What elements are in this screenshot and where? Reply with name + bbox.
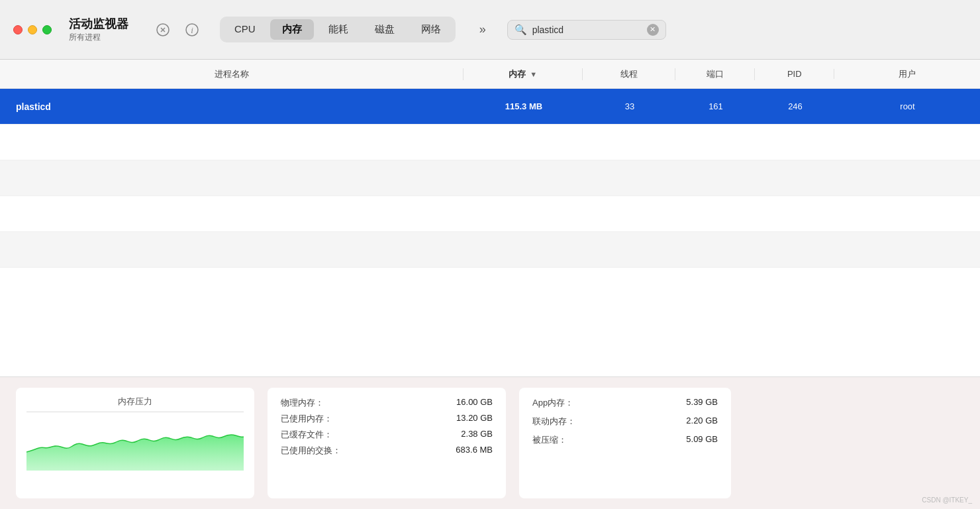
stat-value: 5.09 GB: [686, 434, 718, 446]
stat-value: 683.6 MB: [456, 445, 493, 457]
stat-value: 5.39 GB: [686, 397, 718, 409]
info-icon-btn[interactable]: i: [181, 19, 203, 40]
memory-extra-card: App内存： 5.39 GB 联动内存： 2.20 GB 被压缩： 5.09 G…: [519, 388, 731, 498]
table-area: 进程名称 内存 ▼ 线程 端口 PID 用户 plasticd 115.3 MB: [0, 60, 980, 376]
more-tabs-button[interactable]: »: [474, 20, 491, 39]
titlebar: 活动监视器 所有进程 i CPU 内存 能耗 磁盘 网络 » 🔍 ✕: [0, 0, 980, 60]
stat-label: 已使用的交换：: [281, 445, 341, 457]
tab-disk[interactable]: 磁盘: [363, 19, 407, 40]
col-header-port: 端口: [675, 68, 755, 80]
app-subtitle: 所有进程: [69, 32, 128, 43]
memory-stats-card: 物理内存： 16.00 GB 已使用内存： 13.20 GB 已缓存文件： 2.…: [268, 388, 506, 498]
stat-value: 2.20 GB: [686, 416, 718, 427]
window-controls: [13, 25, 52, 34]
col-header-memory[interactable]: 内存 ▼: [464, 68, 583, 80]
table-header: 进程名称 内存 ▼ 线程 端口 PID 用户: [0, 60, 980, 89]
table-row[interactable]: plasticd 115.3 MB 33 161 246 root: [0, 89, 980, 125]
table-row[interactable]: [0, 232, 980, 268]
stat-row: 物理内存： 16.00 GB: [281, 397, 493, 409]
close-button[interactable]: [13, 25, 23, 34]
search-bar: 🔍 ✕: [507, 20, 666, 40]
memory-pressure-card: 内存压力: [16, 388, 254, 498]
table-rows: plasticd 115.3 MB 33 161 246 root: [0, 89, 980, 376]
tab-memory[interactable]: 内存: [270, 19, 314, 40]
stat-value: 2.38 GB: [461, 429, 493, 441]
cell-port: 161: [676, 101, 756, 111]
col-header-name: 进程名称: [0, 68, 464, 80]
tab-network[interactable]: 网络: [409, 19, 453, 40]
close-icon-btn[interactable]: [152, 19, 173, 40]
stat-label: 被压缩：: [532, 434, 567, 446]
stat-row: 已缓存文件： 2.38 GB: [281, 429, 493, 441]
bottom-panel: 内存压力 物理内存： 16.00 GB 已使用内存：: [0, 376, 980, 509]
stat-label: 已使用内存：: [281, 413, 332, 425]
col-header-user: 用户: [834, 68, 980, 80]
maximize-button[interactable]: [42, 25, 52, 34]
stat-value: 13.20 GB: [456, 413, 493, 425]
stat-label: App内存：: [532, 397, 573, 409]
table-row[interactable]: [0, 160, 980, 196]
sort-chevron-icon: ▼: [530, 70, 537, 78]
cell-memory: 115.3 MB: [464, 101, 583, 111]
memory-chart: [26, 418, 244, 490]
search-input[interactable]: [532, 25, 642, 35]
cell-threads: 33: [583, 101, 676, 111]
stat-row: App内存： 5.39 GB: [532, 397, 718, 409]
toolbar-icons: i: [152, 19, 203, 40]
app-title: 活动监视器: [69, 16, 128, 32]
memory-pressure-title: 内存压力: [26, 396, 244, 412]
stat-row: 已使用的交换： 683.6 MB: [281, 445, 493, 457]
tab-cpu[interactable]: CPU: [222, 19, 268, 40]
search-icon: 🔍: [514, 24, 527, 36]
tab-energy[interactable]: 能耗: [317, 19, 360, 40]
stat-row: 被压缩： 5.09 GB: [532, 434, 718, 446]
col-header-pid: PID: [755, 69, 834, 79]
search-clear-button[interactable]: ✕: [647, 24, 659, 36]
cell-pid: 246: [756, 101, 835, 111]
app-title-block: 活动监视器 所有进程: [69, 16, 128, 43]
stat-label: 已缓存文件：: [281, 429, 332, 441]
watermark: CSDN @ITKEY_: [922, 496, 972, 504]
cell-user: root: [835, 101, 980, 111]
tab-bar: CPU 内存 能耗 磁盘 网络: [220, 17, 456, 42]
stat-row: 联动内存： 2.20 GB: [532, 416, 718, 427]
table-row[interactable]: [0, 125, 980, 160]
stat-value: 16.00 GB: [456, 397, 493, 409]
cell-name: plasticd: [0, 101, 464, 112]
stat-label: 物理内存：: [281, 397, 324, 409]
col-header-threads: 线程: [583, 68, 675, 80]
stat-row: 已使用内存： 13.20 GB: [281, 413, 493, 425]
stat-label: 联动内存：: [532, 416, 575, 427]
svg-text:i: i: [191, 25, 193, 35]
table-row[interactable]: [0, 196, 980, 232]
minimize-button[interactable]: [28, 25, 37, 34]
